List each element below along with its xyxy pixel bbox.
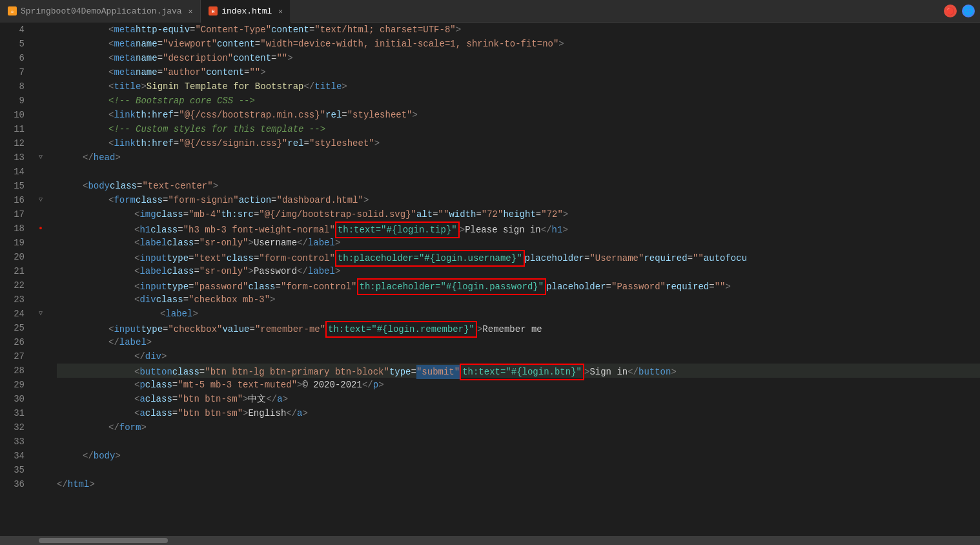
fold-28: [31, 364, 50, 378]
code-line-24: <label>: [57, 307, 980, 321]
code-line-15: <body class="text-center" >: [57, 179, 980, 193]
tab-html-close[interactable]: ✕: [278, 7, 283, 15]
code-line-30: <a class="btn btn-sm" >中文</a>: [57, 392, 980, 406]
fold-9: [31, 94, 50, 108]
fold-30: [31, 392, 50, 406]
fold-8: [31, 79, 50, 94]
line-29-content: <p class="mt-5 mb-3 text-muted" >© 2020-…: [57, 378, 980, 392]
tab-java[interactable]: ☕ Springboot04DemoApplication.java ✕: [0, 0, 201, 23]
line-num-30: 30: [0, 392, 25, 406]
line-num-7: 7: [0, 65, 25, 79]
line-7-content: <meta name="author" content="" >: [57, 65, 980, 79]
fold-36: [31, 477, 50, 491]
code-line-12: <link th:href="@{/css/signin.css}" rel="…: [57, 136, 980, 150]
line-num-4: 4: [0, 23, 25, 37]
line-num-5: 5: [0, 37, 25, 51]
tab-java-label: Springboot04DemoApplication.java: [21, 6, 182, 16]
line-32-content: </form>: [57, 420, 980, 435]
code-line-18: <h1 class="h3 mb-3 font-weight-normal" t…: [57, 221, 980, 236]
fold-27: [31, 349, 50, 364]
line-9-content: <!-- Bootstrap core CSS -->: [57, 94, 980, 108]
code-line-8: <title> Signin Template for Bootstrap </…: [57, 79, 980, 94]
fold-17: [31, 207, 50, 221]
line-31-content: <a class="btn btn-sm" >English</a>: [57, 406, 980, 420]
fold-15: [31, 179, 50, 193]
line-numbers-gutter: 4 5 6 7 8 9 10 11 12 13 14 15 16 17 18 1…: [0, 23, 31, 545]
code-line-19: <label class="sr-only" >Username</label>: [57, 236, 980, 250]
extension-icon-red[interactable]: 🔴: [944, 5, 957, 17]
line-num-17: 17: [0, 207, 25, 221]
scrollbar-thumb[interactable]: [39, 538, 168, 543]
line-num-22: 22: [0, 278, 25, 293]
line-num-18: 18: [0, 221, 25, 236]
horizontal-scrollbar[interactable]: [0, 536, 980, 545]
fold-5: [31, 37, 50, 51]
tab-html[interactable]: H index.html ✕: [201, 0, 291, 23]
code-line-11: <!-- Custom styles for this template -->: [57, 122, 980, 136]
code-line-33: [57, 435, 980, 449]
line-num-8: 8: [0, 79, 25, 94]
line-36-content: </html>: [57, 477, 980, 491]
line-num-12: 12: [0, 136, 25, 150]
java-icon: ☕: [8, 6, 17, 15]
line-5-content: <meta name="viewport" content="width=dev…: [57, 37, 980, 51]
line-num-32: 32: [0, 420, 25, 435]
code-line-25: <input type="checkbox" value="remember-m…: [57, 321, 980, 335]
tab-java-close[interactable]: ✕: [189, 7, 193, 15]
fold-arrow-16[interactable]: ▽: [39, 193, 43, 207]
fold-33: [31, 435, 50, 449]
line-num-20: 20: [0, 250, 25, 264]
line-24-content: <label>: [57, 307, 980, 321]
code-line-20: <input type="text" class="form-control" …: [57, 250, 980, 264]
code-line-26: </label>: [57, 335, 980, 349]
line-34-content: </body>: [57, 449, 980, 463]
line-26-content: </label>: [57, 335, 980, 349]
fold-16: ▽: [31, 193, 50, 207]
fold-11: [31, 122, 50, 136]
fold-arrow-13[interactable]: ▽: [39, 150, 43, 165]
fold-32: [31, 420, 50, 435]
fold-31: [31, 406, 50, 420]
line-23-content: <div class="checkbox mb-3" >: [57, 293, 980, 307]
fold-35: [31, 463, 50, 477]
code-line-10: <link th:href="@{/css/bootstrap.min.css}…: [57, 108, 980, 122]
line-21-content: <label class="sr-only" >Password</label>: [57, 264, 980, 278]
line-num-34: 34: [0, 449, 25, 463]
code-line-34: </body>: [57, 449, 980, 463]
line-num-6: 6: [0, 51, 25, 65]
line-13-content: </head>: [57, 150, 980, 165]
code-content[interactable]: <meta http-equiv="Content-Type" content=…: [50, 23, 980, 545]
fold-10: [31, 108, 50, 122]
line-num-16: 16: [0, 193, 25, 207]
code-line-22: <input type="password" class="form-contr…: [57, 278, 980, 293]
fold-arrow-24[interactable]: ▽: [31, 307, 50, 321]
code-line-16: <form class="form-signin" action="dashbo…: [57, 193, 980, 207]
fold-23: [31, 293, 50, 307]
line-num-14: 14: [0, 165, 25, 179]
code-line-9: <!-- Bootstrap core CSS -->: [57, 94, 980, 108]
fold-20: [31, 250, 50, 264]
line-17-content: <img class="mb-4" th:src="@{/img/bootstr…: [57, 207, 980, 221]
code-line-17: <img class="mb-4" th:src="@{/img/bootstr…: [57, 207, 980, 221]
line-num-23: 23: [0, 293, 25, 307]
fold-34: [31, 449, 50, 463]
html-icon: H: [209, 6, 218, 15]
code-line-27: </div>: [57, 349, 980, 364]
line-num-27: 27: [0, 349, 25, 364]
fold-18: ●: [31, 221, 50, 236]
fold-7: [31, 65, 50, 79]
line-10-content: <link th:href="@{/css/bootstrap.min.css}…: [57, 108, 980, 122]
extension-icon-chrome[interactable]: 🌐: [962, 5, 975, 17]
line-19-content: <label class="sr-only" >Username</label>: [57, 236, 980, 250]
fold-19: [31, 236, 50, 250]
line-num-33: 33: [0, 435, 25, 449]
fold-24: ▽: [31, 307, 50, 321]
tab-bar: ☕ Springboot04DemoApplication.java ✕ H i…: [0, 0, 980, 23]
line-num-19: 19: [0, 236, 25, 250]
code-line-23: <div class="checkbox mb-3" >: [57, 293, 980, 307]
line-30-content: <a class="btn btn-sm" >中文</a>: [57, 392, 980, 406]
fold-26: [31, 335, 50, 349]
line-num-31: 31: [0, 406, 25, 420]
line-8-content: <title> Signin Template for Bootstrap </…: [57, 79, 980, 94]
line-num-26: 26: [0, 335, 25, 349]
